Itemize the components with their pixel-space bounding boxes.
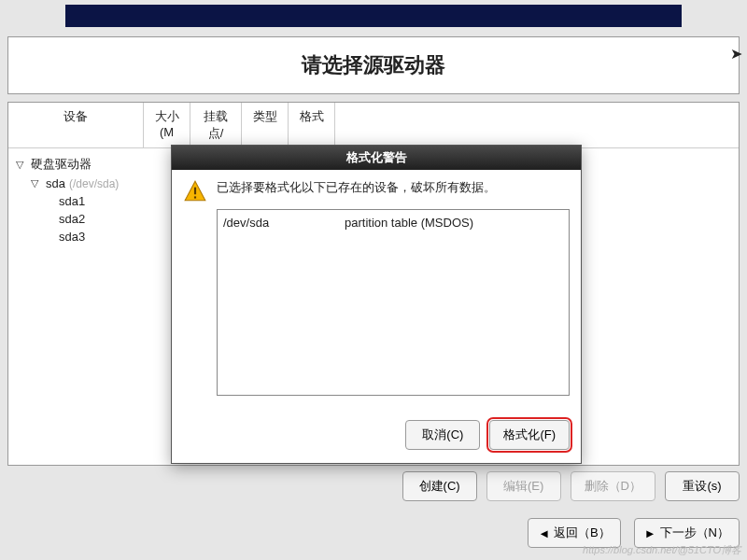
action-row: 创建(C) 编辑(E) 删除（D） 重设(s) [7,471,740,501]
col-size-line1: 大小 [155,109,179,123]
cancel-button[interactable]: 取消(C) [405,420,480,450]
next-button[interactable]: ► 下一步（N） [634,518,740,548]
col-mount[interactable]: 挂载点/ [190,103,242,147]
part-name: sda1 [59,194,152,208]
tree-sda-path: (/dev/sda) [69,177,119,190]
svg-rect-2 [194,196,196,198]
next-label: 下一步（N） [660,525,729,541]
grid-header: 设备 大小 (M 挂载点/ 类型 格式 [8,103,739,148]
svg-rect-1 [194,188,196,195]
nav-row: ◄ 返回（B） ► 下一步（N） [7,518,740,548]
create-button[interactable]: 创建(C) [402,471,477,501]
chevron-down-icon[interactable]: ▽ [31,177,42,189]
edit-button: 编辑(E) [486,471,561,501]
dialog-buttons: 取消(C) 格式化(F) [183,420,570,450]
tree-root-label: 硬盘驱动器 [31,156,92,173]
dialog-body: 已选择要格式化以下已存在的设备，破坏所有数据。 /dev/sda partiti… [172,170,581,463]
part-name: sda2 [59,212,152,226]
col-type[interactable]: 类型 [242,103,289,147]
dialog-title: 格式化警告 [172,146,581,170]
col-size-line2: (M [160,125,174,139]
back-button[interactable]: ◄ 返回（B） [528,518,621,548]
list-item[interactable]: /dev/sda partition table (MSDOS) [223,214,563,231]
chevron-down-icon[interactable]: ▽ [16,159,27,171]
arrow-left-icon: ◄ [538,526,550,540]
page-title: 请选择源驱动器 [302,51,445,79]
delete-button: 删除（D） [571,471,655,501]
warning-icon [183,179,207,203]
back-label: 返回（B） [554,525,611,541]
device-path: /dev/sda [223,216,289,230]
tree-sda-label: sda [46,176,65,190]
col-format[interactable]: 格式 [289,103,335,147]
device-list[interactable]: /dev/sda partition table (MSDOS) [217,209,570,396]
arrow-right-icon: ► [644,526,656,540]
col-size[interactable]: 大小 (M [144,103,190,147]
format-warning-dialog: 格式化警告 已选择要格式化以下已存在的设备，破坏所有数据。 /dev/sda p… [171,145,582,464]
format-button[interactable]: 格式化(F) [489,420,570,450]
banner-bar [65,5,682,27]
part-name: sda3 [59,230,152,244]
device-desc: partition table (MSDOS) [345,216,473,230]
warning-text: 已选择要格式化以下已存在的设备，破坏所有数据。 [217,179,496,196]
title-panel: 请选择源驱动器 [7,36,740,94]
col-device[interactable]: 设备 [8,103,144,147]
reset-button[interactable]: 重设(s) [665,471,740,501]
